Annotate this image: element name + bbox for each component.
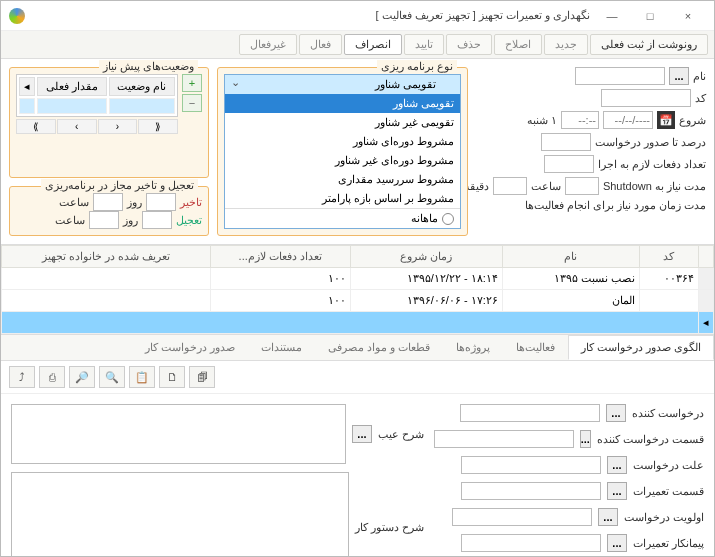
cell-count: ۱۰۰ <box>210 290 350 312</box>
preneed-cell <box>19 98 35 114</box>
start-time-input[interactable] <box>561 111 599 129</box>
start-date-input[interactable] <box>603 111 653 129</box>
nav-last[interactable]: ⟫ <box>16 119 56 134</box>
hour-label: ساعت <box>531 180 561 193</box>
delay-hour-input[interactable] <box>93 193 123 211</box>
app-icon <box>9 8 25 24</box>
name-lookup-button[interactable]: ... <box>669 67 689 85</box>
requester-label: درخواست کننده <box>632 407 704 420</box>
maximize-button[interactable]: □ <box>632 4 668 28</box>
plantype-option[interactable]: مشروط سررسید مقداری <box>225 170 460 189</box>
plantype-option-highlight[interactable]: تقویمی شناور <box>225 94 460 113</box>
table-row[interactable]: ۰۰۳۶۴ نصب نسبت ۱۳۹۵ ۱۸:۱۴ - ۱۳۹۵/۱۲/۲۲ ۱… <box>2 268 714 290</box>
priority-input[interactable] <box>452 508 592 526</box>
start-label: شروع <box>679 114 706 127</box>
cell-name: المان <box>502 290 639 312</box>
percent-label: درصد تا صدور درخواست <box>595 136 706 149</box>
defect-desc-textarea[interactable] <box>11 404 346 464</box>
edit-button[interactable]: اصلاح <box>494 34 542 55</box>
delay-day-input[interactable] <box>146 193 176 211</box>
tab-issue[interactable]: صدور درخواست کار <box>132 335 248 360</box>
remove-row-button[interactable]: − <box>182 94 202 112</box>
plantype-dropdown[interactable]: تقویمی شناور تقویمی شناور تقویمی غیر شنا… <box>224 74 461 229</box>
repair-dept-label: قسمت تعمیرات <box>633 485 704 498</box>
reason-label: علت درخواست <box>633 459 704 472</box>
row-indicator: ◂ <box>699 312 714 334</box>
tab-request-template[interactable]: الگوی صدور درخواست کار <box>568 335 714 360</box>
copy-current-button[interactable]: رونوشت از ثبت فعلی <box>590 34 708 55</box>
haste-day-unit: روز <box>123 214 138 227</box>
delete-button[interactable]: حذف <box>446 34 492 55</box>
delay-day-unit: روز <box>127 196 142 209</box>
reason-input[interactable] <box>461 456 601 474</box>
requester-lookup[interactable]: ... <box>606 404 626 422</box>
preneed-col-status[interactable]: نام وضعیت <box>109 77 175 96</box>
detail-action-6[interactable]: ⎙ <box>39 366 65 388</box>
contractor-input[interactable] <box>461 534 601 552</box>
requester-input[interactable] <box>460 404 600 422</box>
tab-activities[interactable]: فعالیت‌ها <box>503 335 568 360</box>
table-row[interactable]: المان ۱۷:۲۶ - ۱۳۹۶/۰۶/۰۶ ۱۰۰ <box>2 290 714 312</box>
requester-dept-lookup[interactable]: ... <box>580 430 591 448</box>
table-row-selected[interactable]: ◂ <box>2 312 714 334</box>
row-indicator-header <box>699 246 714 268</box>
plantype-option[interactable]: مشروط دوره‌ای شناور <box>225 132 460 151</box>
haste-hour-input[interactable] <box>89 211 119 229</box>
tab-docs[interactable]: مستندات <box>248 335 315 360</box>
detail-action-3[interactable]: 📋 <box>129 366 155 388</box>
nav-prev[interactable]: ‹ <box>98 119 138 134</box>
repair-dept-input[interactable] <box>461 482 601 500</box>
percent-input[interactable] <box>541 133 591 151</box>
defect-desc-lookup[interactable]: ... <box>352 425 372 443</box>
requester-dept-input[interactable] <box>434 430 574 448</box>
detail-action-5[interactable]: 🔎 <box>69 366 95 388</box>
active-button[interactable]: فعال <box>299 34 342 55</box>
calendar-icon[interactable]: 📅 <box>657 111 675 129</box>
repair-dept-lookup[interactable]: ... <box>607 482 627 500</box>
plantype-option[interactable]: مشروط دوره‌ای غیر شناور <box>225 151 460 170</box>
detail-action-2[interactable]: 🗋 <box>159 366 185 388</box>
detail-action-1[interactable]: 🗐 <box>189 366 215 388</box>
preneed-cell[interactable] <box>37 98 107 114</box>
reason-lookup[interactable]: ... <box>607 456 627 474</box>
close-button[interactable]: × <box>670 4 706 28</box>
contractor-label: پیمانکار تعمیرات <box>633 537 704 550</box>
shutdown-hour-input[interactable] <box>565 177 599 195</box>
contractor-lookup[interactable]: ... <box>607 534 627 552</box>
tab-projects[interactable]: پروژه‌ها <box>443 335 503 360</box>
confirm-button[interactable]: تایید <box>404 34 444 55</box>
col-code[interactable]: کد <box>639 246 698 268</box>
inactive-button[interactable]: غیرفعال <box>239 34 297 55</box>
name-input[interactable] <box>575 67 665 85</box>
delay-hour-unit: ساعت <box>59 196 89 209</box>
code-input[interactable] <box>601 89 691 107</box>
nav-next[interactable]: › <box>57 119 97 134</box>
nav-first[interactable]: ⟪ <box>138 119 178 134</box>
monthly-radio[interactable] <box>442 213 454 225</box>
add-row-button[interactable]: + <box>182 74 202 92</box>
name-label: نام <box>693 70 706 83</box>
shutdown-label: مدت نیاز به Shutdown <box>603 180 706 193</box>
col-count[interactable]: تعداد دفعات لازم... <box>210 246 350 268</box>
workorder-desc-textarea[interactable] <box>11 472 349 556</box>
haste-hour-unit: ساعت <box>55 214 85 227</box>
col-family[interactable]: تعریف شده در خانواده تجهیز <box>2 246 211 268</box>
minimize-button[interactable]: — <box>594 4 630 28</box>
col-name[interactable]: نام <box>502 246 639 268</box>
exec-count-input[interactable] <box>544 155 594 173</box>
cancel-button[interactable]: انصراف <box>344 34 402 55</box>
cell-name: نصب نسبت ۱۳۹۵ <box>502 268 639 290</box>
plantype-option[interactable]: مشروط بر اساس بازه پارامتر <box>225 189 460 208</box>
plantype-selected[interactable]: تقویمی شناور <box>225 75 460 94</box>
haste-day-input[interactable] <box>142 211 172 229</box>
priority-lookup[interactable]: ... <box>598 508 618 526</box>
preneed-cell[interactable] <box>109 98 175 114</box>
tab-parts[interactable]: قطعات و مواد مصرفی <box>315 335 443 360</box>
detail-action-7[interactable]: ⤴ <box>9 366 35 388</box>
new-button[interactable]: جدید <box>544 34 588 55</box>
shutdown-min-input[interactable] <box>493 177 527 195</box>
col-start[interactable]: زمان شروع <box>350 246 502 268</box>
preneed-col-value[interactable]: مقدار فعلی <box>37 77 107 96</box>
plantype-option[interactable]: تقویمی غیر شناور <box>225 113 460 132</box>
detail-action-4[interactable]: 🔍 <box>99 366 125 388</box>
